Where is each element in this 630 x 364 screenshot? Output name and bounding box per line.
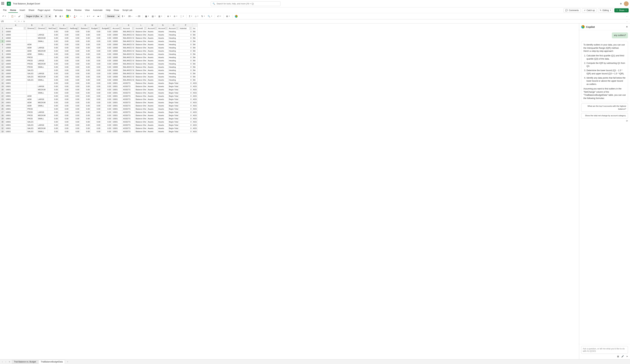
cell[interactable]: Assets [158,98,168,101]
cell[interactable] [27,85,37,88]
cell[interactable]: Assets [158,36,168,40]
cell[interactable]: Balance She [135,127,147,130]
cell[interactable]: Heading [168,53,179,56]
cell[interactable]: 0.00 [59,69,69,72]
cell[interactable]: 0.00 [80,56,90,59]
row-header[interactable]: 13 [0,65,5,69]
cell[interactable]: Heading [168,43,179,46]
cell[interactable]: 0 [179,46,192,49]
cell[interactable]: Assets [147,69,158,72]
cell[interactable]: 10000 [112,30,122,33]
cell[interactable] [37,43,48,46]
cell[interactable]: 10001 [112,114,122,117]
cell[interactable]: 0 [179,62,192,65]
cell[interactable]: 10001 [5,98,27,101]
cell[interactable]: BA [192,43,198,46]
cell[interactable]: 0.00 [69,46,80,49]
cell[interactable]: 0.00 [90,114,101,117]
all-sheets-icon[interactable]: ≡ [8,360,11,363]
cell[interactable]: 10000 [5,49,27,53]
table-row[interactable]: 1610000SALESMEDIUM0.000.000.000.000.000.… [0,75,198,78]
cell[interactable]: 10000 [112,75,122,78]
cell[interactable]: 10001 [5,130,27,133]
conditional-format-button[interactable]: ▦▼ [144,14,150,18]
row-header[interactable]: 19 [0,85,5,88]
filter-icon[interactable]: ▾ [34,27,36,29]
close-icon[interactable]: ✕ [626,25,628,28]
cell[interactable]: Balance She [135,91,147,95]
cell[interactable]: 0.00 [90,72,101,75]
cell[interactable]: 0.00 [90,59,101,62]
cell[interactable]: SALES [27,127,37,130]
font-color-button[interactable]: A▼ [73,14,78,18]
table-row[interactable]: 510000SMALL0.000.000.000.000.000.0010000… [0,40,198,43]
cell[interactable]: Heading [168,62,179,65]
table-header-cell[interactable]: Budgetl▾ [90,27,101,30]
cell[interactable] [37,30,48,33]
cell[interactable]: 0.00 [48,120,59,124]
table-row[interactable]: 710000ADMLARGE0.000.000.000.000.000.0010… [0,46,198,49]
cell[interactable]: PROD [27,65,37,69]
cell[interactable]: 0.00 [48,114,59,117]
menu-data[interactable]: Data [64,8,72,13]
autosum-button[interactable]: Σ▼ [188,14,193,18]
table-row[interactable]: 1310000PRODSMALL0.000.000.000.000.000.00… [0,65,198,69]
cell[interactable]: ASSETS [122,114,135,117]
cell[interactable]: 10000 [112,59,122,62]
cell[interactable]: 10000 [5,53,27,56]
cell[interactable]: 0.00 [90,69,101,72]
row-header[interactable]: 10 [0,56,5,59]
cell[interactable]: 10001 [112,91,122,95]
cell[interactable]: 0.00 [101,130,112,133]
cell[interactable]: BALANCE SI [122,62,135,65]
cell[interactable]: Assets [147,130,158,133]
cell[interactable]: Heading [168,46,179,49]
cell[interactable]: BA [192,30,198,33]
cell[interactable]: 0.00 [90,46,101,49]
cell[interactable]: Begin-Total [168,120,179,124]
cell[interactable]: SALES [27,124,37,127]
cell[interactable]: Balance She [135,82,147,85]
cell[interactable]: 0.00 [101,75,112,78]
cell[interactable]: 0.00 [59,53,69,56]
cell[interactable]: 0.00 [90,107,101,111]
cell[interactable]: ASSETS [122,127,135,130]
cell[interactable]: PROD [27,62,37,65]
cell[interactable]: Assets [158,114,168,117]
cell-styles-button[interactable]: ▥▼ [157,14,163,18]
row-header[interactable]: 2 [0,30,5,33]
cell[interactable]: 0.00 [48,95,59,98]
cell[interactable]: Balance She [135,75,147,78]
row-header[interactable]: 1 [0,27,5,30]
cell[interactable]: 0.00 [48,107,59,111]
cell[interactable]: BALANCE SI [122,53,135,56]
cell[interactable]: PROD [27,117,37,120]
cell[interactable]: 0.00 [69,30,80,33]
cell[interactable]: BA [192,72,198,75]
cell[interactable]: 0 [179,124,192,127]
cell[interactable]: 0.00 [80,88,90,91]
cell[interactable]: 0.00 [48,101,59,104]
row-header[interactable]: 23 [0,98,5,101]
cell[interactable]: Assets [147,88,158,91]
cell[interactable]: ASSETS [122,130,135,133]
attach-icon[interactable]: ▦ [617,355,619,358]
cell[interactable]: 0.00 [69,107,80,111]
cell[interactable]: 0.00 [59,120,69,124]
cell[interactable]: LARGE [37,85,48,88]
cell[interactable]: 0.00 [69,111,80,114]
cell[interactable]: BALANCE SI [122,43,135,46]
format-painter-button[interactable]: 🖌 [17,14,22,18]
cell[interactable]: BA [192,75,198,78]
row-header[interactable]: 25 [0,104,5,107]
cell[interactable]: ASSETS [122,98,135,101]
cell[interactable]: Balance She [135,49,147,53]
cell[interactable]: Balance She [135,46,147,49]
cell[interactable]: 0.00 [69,40,80,43]
cell[interactable]: ADM [27,98,37,101]
cell[interactable]: 0.00 [48,62,59,65]
cell[interactable]: Balance She [135,98,147,101]
cell[interactable]: 0.00 [90,98,101,101]
cell[interactable]: 0.00 [90,111,101,114]
row-header[interactable]: 22 [0,95,5,98]
